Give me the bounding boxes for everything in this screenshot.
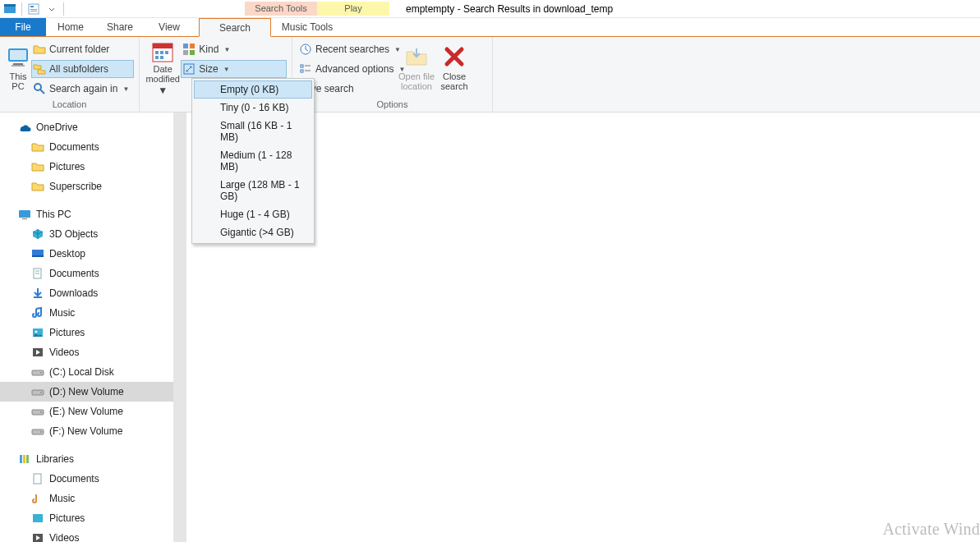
svg-rect-30: [22, 218, 27, 219]
properties-icon[interactable]: [25, 1, 42, 17]
nav-downloads[interactable]: Downloads: [0, 283, 173, 303]
svg-rect-25: [301, 65, 303, 67]
svg-rect-15: [160, 51, 163, 54]
activation-watermark: Activate Wind: [882, 520, 980, 539]
close-search-label: Close search: [440, 71, 467, 91]
cube-icon: [31, 227, 44, 241]
size-option-medium[interactable]: Medium (1 - 128 MB): [194, 146, 312, 176]
nav-libraries[interactable]: Libraries: [0, 449, 173, 469]
svg-point-38: [35, 331, 38, 333]
all-subfolders-button[interactable]: All subfolders: [31, 60, 134, 78]
desktop-icon: [31, 247, 44, 260]
close-search-button[interactable]: Close search: [435, 39, 473, 96]
search-again-in-button[interactable]: Search again in ▼: [31, 80, 134, 98]
this-pc-button[interactable]: This PC: [5, 39, 31, 96]
ribbon-group-options: Recent searches ▼ Advanced options ▼ Sav…: [292, 37, 493, 112]
drive-icon: [31, 385, 44, 398]
nav-label: (C:) Local Disk: [49, 366, 114, 378]
folder-icon: [31, 140, 44, 154]
main-area: OneDrive Documents Pictures Superscribe …: [0, 113, 980, 542]
clock-icon: [299, 43, 312, 56]
nav-label: (F:) New Volume: [49, 425, 122, 437]
documents-icon: [31, 267, 44, 280]
size-option-empty[interactable]: Empty (0 KB): [194, 80, 312, 99]
svg-rect-50: [26, 455, 29, 463]
nav-f-drive[interactable]: (F:) New Volume: [0, 421, 173, 441]
nav-label: 3D Objects: [49, 228, 98, 240]
nav-e-drive[interactable]: (E:) New Volume: [0, 402, 173, 421]
nav-label: Documents: [49, 141, 99, 153]
current-folder-button[interactable]: Current folder: [31, 40, 134, 58]
nav-desktop[interactable]: Desktop: [0, 244, 173, 264]
tab-music-tools[interactable]: Music Tools: [271, 18, 343, 36]
tab-view[interactable]: View: [145, 18, 194, 36]
nav-onedrive-pictures[interactable]: Pictures: [0, 157, 173, 177]
context-header-search-tools: Search Tools: [245, 2, 317, 16]
drive-icon: [31, 405, 44, 418]
size-option-gigantic[interactable]: Gigantic (>4 GB): [194, 223, 312, 241]
ribbon-tabs: File Home Share View Search Music Tools: [0, 18, 980, 37]
svg-point-45: [40, 411, 42, 413]
kind-button[interactable]: Kind ▼: [181, 40, 287, 58]
navigation-pane[interactable]: OneDrive Documents Pictures Superscribe …: [0, 113, 173, 542]
recent-searches-button[interactable]: Recent searches ▼: [297, 40, 398, 58]
size-option-huge[interactable]: Huge (1 - 4 GB): [194, 205, 312, 223]
nav-3d-objects[interactable]: 3D Objects: [0, 224, 173, 244]
date-modified-button[interactable]: Date modified ▼: [145, 39, 181, 96]
quick-access-toolbar: [0, 0, 66, 18]
svg-point-43: [40, 392, 42, 393]
nav-label: Documents: [49, 473, 99, 485]
nav-d-drive[interactable]: (D:) New Volume: [0, 382, 173, 402]
nav-this-pc[interactable]: This PC: [0, 204, 173, 224]
videos-icon: [31, 346, 44, 359]
qat-dropdown-icon[interactable]: [44, 1, 60, 17]
svg-rect-14: [155, 51, 159, 54]
open-file-location-button: Open file location: [398, 39, 435, 96]
chevron-down-icon: ▼: [223, 46, 230, 53]
window-title: emptempty - Search Results in download_t…: [406, 3, 613, 15]
svg-rect-1: [4, 4, 16, 7]
svg-rect-49: [23, 455, 25, 463]
nav-lib-documents[interactable]: Documents: [0, 469, 173, 489]
nav-lib-music[interactable]: Music: [0, 489, 173, 508]
size-option-small[interactable]: Small (16 KB - 1 MB): [194, 117, 312, 146]
tab-share[interactable]: Share: [95, 18, 145, 36]
tab-home[interactable]: Home: [46, 18, 95, 36]
svg-line-11: [40, 90, 44, 94]
separator: [21, 2, 22, 16]
drive-icon: [31, 365, 44, 379]
advanced-options-button[interactable]: Advanced options ▼: [297, 60, 398, 78]
date-modified-label: Date modified: [145, 64, 180, 84]
svg-rect-16: [165, 51, 168, 54]
svg-rect-4: [30, 9, 37, 10]
scrollbar-gutter[interactable]: [173, 113, 186, 542]
nav-documents[interactable]: Documents: [0, 264, 173, 283]
tab-file[interactable]: File: [0, 18, 46, 36]
nav-label: Downloads: [49, 287, 98, 299]
size-icon: [182, 62, 196, 76]
nav-onedrive-superscribe[interactable]: Superscribe: [0, 177, 173, 196]
size-option-tiny[interactable]: Tiny (0 - 16 KB): [194, 99, 312, 117]
nav-music[interactable]: Music: [0, 303, 173, 323]
svg-point-41: [40, 372, 42, 374]
ribbon: This PC Current folder All subfolders Se…: [0, 37, 980, 113]
svg-point-10: [35, 84, 41, 90]
nav-onedrive[interactable]: OneDrive: [0, 117, 173, 137]
tab-search[interactable]: Search: [199, 18, 271, 37]
svg-point-47: [40, 431, 42, 433]
svg-rect-17: [155, 56, 159, 59]
pictures-lib-icon: [31, 512, 44, 525]
nav-pictures[interactable]: Pictures: [0, 323, 173, 342]
nav-c-drive[interactable]: (C:) Local Disk: [0, 362, 173, 382]
title-bar: Search Tools Play emptempty - Search Res…: [0, 0, 980, 18]
size-label: Size: [199, 63, 218, 75]
nav-videos[interactable]: Videos: [0, 342, 173, 362]
nav-lib-videos[interactable]: Videos: [0, 528, 173, 542]
nav-onedrive-documents[interactable]: Documents: [0, 137, 173, 157]
search-again-icon: [33, 82, 46, 95]
size-option-large[interactable]: Large (128 MB - 1 GB): [194, 176, 312, 205]
svg-rect-32: [32, 255, 44, 257]
size-button[interactable]: Size ▼: [181, 60, 287, 78]
advanced-options-label: Advanced options: [315, 63, 393, 75]
nav-lib-pictures[interactable]: Pictures: [0, 508, 173, 528]
